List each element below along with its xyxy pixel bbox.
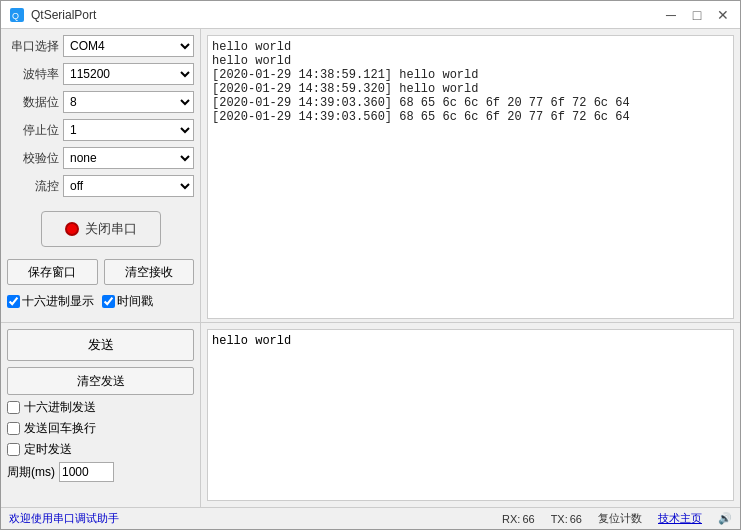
title-bar: Q QtSerialPort ─ □ ✕ xyxy=(1,1,740,29)
hex-display-label: 十六进制显示 xyxy=(22,293,94,310)
newline-checkbox[interactable] xyxy=(7,422,20,435)
parity-select[interactable]: none xyxy=(63,147,194,169)
tx-value: 66 xyxy=(570,513,582,525)
welcome-text: 欢迎使用串口调试助手 xyxy=(9,511,486,526)
hex-send-label: 十六进制发送 xyxy=(24,399,96,416)
rx-status: RX: 66 xyxy=(502,513,535,525)
flow-label: 流控 xyxy=(7,178,59,195)
hex-display-option: 十六进制显示 xyxy=(7,293,94,310)
send-area: hello world xyxy=(201,323,740,507)
flow-select[interactable]: off xyxy=(63,175,194,197)
parity-label: 校验位 xyxy=(7,150,59,167)
period-label: 周期(ms) xyxy=(7,464,55,481)
period-input[interactable] xyxy=(59,462,114,482)
connection-indicator xyxy=(65,222,79,236)
close-button[interactable]: ✕ xyxy=(714,6,732,24)
tx-status: TX: 66 xyxy=(551,513,582,525)
status-bar: 欢迎使用串口调试助手 RX: 66 TX: 66 复位计数 技术主页 🔊 xyxy=(1,507,740,529)
newline-option: 发送回车换行 xyxy=(7,420,194,437)
app-icon: Q xyxy=(9,7,25,23)
save-window-button[interactable]: 保存窗口 xyxy=(7,259,98,285)
tech-homepage-link[interactable]: 技术主页 xyxy=(658,511,702,526)
hex-send-option: 十六进制发送 xyxy=(7,399,194,416)
send-button[interactable]: 发送 xyxy=(7,329,194,361)
window-controls: ─ □ ✕ xyxy=(662,6,732,24)
baud-label: 波特率 xyxy=(7,66,59,83)
baud-row: 波特率 115200 xyxy=(7,63,194,85)
bottom-section: 发送 清空发送 十六进制发送 发送回车换行 定时发送 周期(ms) hello … xyxy=(1,322,740,507)
open-close-label: 关闭串口 xyxy=(85,220,137,238)
newline-label: 发送回车换行 xyxy=(24,420,96,437)
hex-display-checkbox[interactable] xyxy=(7,295,20,308)
left-panel: 串口选择 COM4 波特率 115200 数据位 8 停止位 xyxy=(1,29,201,322)
databits-label: 数据位 xyxy=(7,94,59,111)
port-select[interactable]: COM4 xyxy=(63,35,194,57)
port-label: 串口选择 xyxy=(7,38,59,55)
auto-send-label: 定时发送 xyxy=(24,441,72,458)
send-textarea[interactable]: hello world xyxy=(207,329,734,501)
auto-send-checkbox[interactable] xyxy=(7,443,20,456)
window-title: QtSerialPort xyxy=(31,8,662,22)
action-buttons: 保存窗口 清空接收 xyxy=(7,259,194,285)
baud-select[interactable]: 115200 xyxy=(63,63,194,85)
display-options: 十六进制显示 时间戳 xyxy=(7,293,194,310)
minimize-button[interactable]: ─ xyxy=(662,6,680,24)
right-panel: hello world hello world [2020-01-29 14:3… xyxy=(201,29,740,322)
counter-label: 复位计数 xyxy=(598,511,642,526)
stopbits-row: 停止位 1 xyxy=(7,119,194,141)
parity-row: 校验位 none xyxy=(7,147,194,169)
svg-text:Q: Q xyxy=(12,11,19,21)
tx-label: TX: xyxy=(551,513,568,525)
rx-value: 66 xyxy=(522,513,534,525)
stopbits-select[interactable]: 1 xyxy=(63,119,194,141)
timestamp-label: 时间戳 xyxy=(117,293,153,310)
port-row: 串口选择 COM4 xyxy=(7,35,194,57)
clear-receive-button[interactable]: 清空接收 xyxy=(104,259,195,285)
timestamp-checkbox[interactable] xyxy=(102,295,115,308)
period-row: 周期(ms) xyxy=(7,462,194,482)
main-window: Q QtSerialPort ─ □ ✕ 串口选择 COM4 波特率 11520… xyxy=(0,0,741,530)
sound-icon: 🔊 xyxy=(718,512,732,525)
stopbits-label: 停止位 xyxy=(7,122,59,139)
flow-row: 流控 off xyxy=(7,175,194,197)
send-controls: 发送 清空发送 十六进制发送 发送回车换行 定时发送 周期(ms) xyxy=(1,323,201,507)
hex-send-checkbox[interactable] xyxy=(7,401,20,414)
auto-send-option: 定时发送 xyxy=(7,441,194,458)
maximize-button[interactable]: □ xyxy=(688,6,706,24)
rx-label: RX: xyxy=(502,513,520,525)
open-close-button[interactable]: 关闭串口 xyxy=(41,211,161,247)
main-area: 串口选择 COM4 波特率 115200 数据位 8 停止位 xyxy=(1,29,740,322)
databits-row: 数据位 8 xyxy=(7,91,194,113)
timestamp-option: 时间戳 xyxy=(102,293,153,310)
receive-area: hello world hello world [2020-01-29 14:3… xyxy=(207,35,734,319)
databits-select[interactable]: 8 xyxy=(63,91,194,113)
clear-send-button[interactable]: 清空发送 xyxy=(7,367,194,395)
